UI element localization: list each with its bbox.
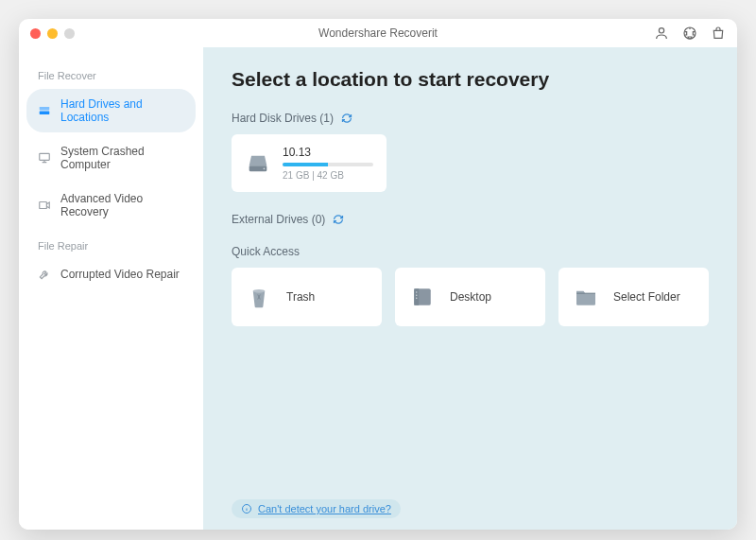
quick-card-select-folder[interactable]: Select Folder: [558, 268, 709, 326]
titlebar: Wondershare Recoverit: [19, 19, 737, 47]
main-panel: Select a location to start recovery Hard…: [203, 47, 737, 530]
minimize-window-button[interactable]: [47, 28, 58, 39]
drive-name: 10.13: [283, 146, 373, 159]
sidebar-item-advanced-video[interactable]: Advanced Video Recovery: [26, 183, 196, 227]
drive-card[interactable]: 10.13 21 GB | 42 GB: [232, 134, 387, 192]
user-icon[interactable]: [654, 26, 669, 41]
refresh-icon[interactable]: [341, 113, 352, 124]
hard-drive-icon: [38, 104, 51, 117]
svg-point-7: [264, 167, 266, 169]
monitor-icon: [38, 151, 51, 165]
shop-icon[interactable]: [711, 26, 726, 41]
disk-icon: [245, 150, 271, 177]
svg-point-12: [416, 294, 418, 296]
detect-drive-help-link[interactable]: Can't detect your hard drive?: [232, 499, 401, 518]
quick-card-desktop[interactable]: Desktop: [395, 268, 545, 326]
sidebar: File Recover Hard Drives and Locations S…: [19, 47, 203, 530]
sidebar-section-file-repair: File Repair: [38, 240, 196, 252]
sidebar-item-label: Hard Drives and Locations: [60, 97, 184, 124]
svg-point-13: [416, 298, 418, 300]
svg-rect-5: [40, 202, 47, 209]
quick-access-header: Quick Access: [232, 245, 709, 258]
quick-access-label: Quick Access: [232, 245, 300, 258]
sidebar-item-hard-drives[interactable]: Hard Drives and Locations: [26, 89, 196, 132]
svg-rect-10: [414, 288, 419, 305]
footer-link-text: Can't detect your hard drive?: [258, 503, 391, 514]
drive-info: 10.13 21 GB | 42 GB: [283, 146, 373, 181]
hdd-section-header: Hard Disk Drives (1): [232, 112, 709, 125]
svg-point-8: [253, 289, 266, 293]
quick-card-trash[interactable]: Trash: [232, 268, 382, 326]
svg-rect-2: [40, 112, 50, 115]
sidebar-item-system-crashed[interactable]: System Crashed Computer: [26, 136, 196, 180]
svg-point-0: [659, 28, 663, 33]
app-window: Wondershare Recoverit File Recover Hard …: [19, 19, 737, 530]
sidebar-item-label: System Crashed Computer: [60, 145, 184, 171]
traffic-lights: [30, 28, 75, 39]
folder-icon: [572, 283, 600, 311]
drive-size: 21 GB | 42 GB: [283, 170, 373, 181]
quick-label: Desktop: [450, 290, 491, 304]
header-actions: [654, 26, 726, 41]
app-title: Wondershare Recoverit: [19, 26, 737, 40]
trash-icon: [245, 283, 273, 311]
external-section-header: External Drives (0): [232, 213, 709, 226]
body: File Recover Hard Drives and Locations S…: [19, 47, 737, 530]
refresh-icon[interactable]: [333, 214, 344, 225]
quick-access-row: Trash Desktop: [232, 268, 709, 326]
drive-usage-bar: [283, 163, 373, 166]
quick-label: Trash: [286, 290, 315, 304]
svg-point-11: [416, 291, 418, 293]
support-icon[interactable]: [682, 26, 697, 41]
external-section-label: External Drives (0): [232, 213, 325, 226]
desktop-icon: [408, 283, 437, 311]
hdd-section-label: Hard Disk Drives (1): [232, 112, 334, 125]
sidebar-item-corrupted-video[interactable]: Corrupted Video Repair: [26, 259, 196, 289]
svg-rect-3: [40, 107, 50, 111]
video-icon: [38, 199, 51, 212]
sidebar-item-label: Advanced Video Recovery: [60, 192, 184, 218]
info-icon: [241, 503, 252, 514]
maximize-window-button[interactable]: [64, 28, 75, 39]
close-window-button[interactable]: [30, 28, 41, 39]
page-title: Select a location to start recovery: [232, 68, 709, 91]
quick-label: Select Folder: [613, 290, 680, 304]
sidebar-section-file-recover: File Recover: [38, 70, 196, 81]
wrench-icon: [38, 268, 51, 281]
svg-rect-4: [40, 153, 50, 160]
sidebar-item-label: Corrupted Video Repair: [60, 268, 180, 281]
